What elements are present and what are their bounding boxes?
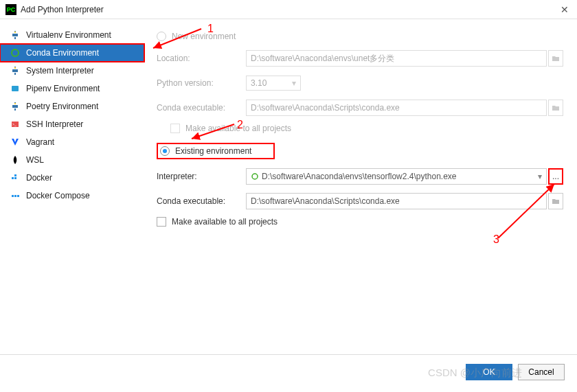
interpreter-label: Interpreter: [157, 172, 246, 181]
ssh-icon: >_ [10, 119, 21, 130]
pipenv-icon [10, 83, 21, 94]
conda-icon [10, 47, 21, 58]
docker-icon [10, 172, 21, 183]
sidebar-item-label: Virtualenv Environment [26, 30, 111, 40]
make-available-label-bottom: Make available to all projects [172, 217, 278, 227]
svg-rect-4 [12, 177, 14, 179]
svg-point-10 [252, 174, 258, 179]
svg-rect-7 [12, 195, 14, 197]
folder-icon [552, 198, 560, 205]
svg-rect-1 [12, 86, 19, 91]
sidebar-item-wsl[interactable]: WSL [0, 151, 144, 169]
sidebar-item-label: WSL [26, 155, 44, 165]
folder-icon [552, 55, 560, 62]
chevron-down-icon: ▾ [292, 78, 296, 88]
sidebar-item-label: SSH Interpreter [26, 119, 83, 129]
vagrant-icon [10, 137, 21, 148]
sidebar-item-poetry[interactable]: Poetry Environment [0, 97, 144, 115]
window-title: Add Python Interpreter [21, 5, 104, 14]
sidebar-item-ssh[interactable]: >_ SSH Interpreter [0, 115, 144, 133]
wsl-icon [10, 154, 21, 165]
dialog-footer: OK Cancel [0, 354, 577, 389]
conda-icon [251, 172, 259, 181]
sidebar-item-label: Pipenv Environment [26, 84, 100, 93]
sidebar-item-virtualenv[interactable]: Virtualenv Environment [0, 26, 144, 44]
sidebar-item-label: System Interpreter [26, 66, 94, 76]
sidebar: Virtualenv Environment Conda Environment… [0, 19, 144, 354]
sidebar-item-label: Poetry Environment [26, 102, 98, 111]
existing-env-label: Existing environment [175, 146, 251, 156]
svg-rect-6 [14, 174, 16, 176]
sidebar-item-docker-compose[interactable]: Docker Compose [0, 187, 144, 205]
sidebar-item-label: Docker [26, 173, 52, 183]
svg-rect-5 [14, 177, 16, 179]
pycharm-logo-icon: PC [5, 4, 16, 15]
folder-icon [552, 104, 560, 111]
python-version-select: 3.10 ▾ [246, 76, 301, 91]
cancel-button[interactable]: Cancel [518, 364, 565, 380]
location-input: D:\software\Anaconda\envs\unet多分类 [246, 50, 547, 67]
sidebar-item-conda[interactable]: Conda Environment [0, 44, 144, 62]
sidebar-item-label: Conda Environment [26, 48, 99, 58]
radio-icon[interactable] [160, 146, 170, 156]
interpreter-browse-button[interactable]: ... [548, 168, 563, 185]
existing-env-radio-row[interactable]: Existing environment [157, 143, 275, 159]
location-browse-button [548, 50, 563, 67]
titlebar: PC Add Python Interpreter ✕ [0, 0, 577, 19]
sidebar-item-label: Vagrant [26, 137, 54, 147]
make-available-checkbox-top [170, 124, 180, 133]
python-version-label: Python version: [157, 78, 246, 88]
radio-icon[interactable] [157, 32, 166, 41]
conda-exec-input-bottom[interactable]: D:\software\Anaconda\Scripts\conda.exe [246, 193, 547, 209]
interpreter-select[interactable]: D:\software\Anaconda\envs\tensorflow2.4\… [246, 168, 547, 185]
svg-point-0 [12, 49, 19, 56]
sidebar-item-system[interactable]: System Interpreter [0, 62, 144, 80]
new-env-radio-row[interactable]: New environment [157, 32, 563, 41]
close-button[interactable]: ✕ [558, 3, 572, 16]
svg-rect-9 [17, 195, 19, 197]
conda-exec-input-top: D:\software\Anaconda\Scripts\conda.exe [246, 100, 547, 116]
ok-button[interactable]: OK [466, 364, 512, 380]
docker-compose-icon [10, 190, 21, 201]
chevron-down-icon[interactable]: ▾ [538, 172, 542, 181]
make-available-checkbox-bottom[interactable] [157, 217, 166, 227]
sidebar-item-docker[interactable]: Docker [0, 169, 144, 187]
conda-exec-label-bottom: Conda executable: [157, 196, 246, 206]
sidebar-item-vagrant[interactable]: Vagrant [0, 133, 144, 151]
svg-rect-8 [14, 195, 16, 197]
poetry-icon [10, 101, 21, 112]
conda-exec-browse-top [548, 100, 563, 116]
conda-exec-browse-bottom[interactable] [548, 193, 563, 209]
sidebar-item-pipenv[interactable]: Pipenv Environment [0, 80, 144, 97]
new-env-label: New environment [172, 32, 236, 41]
content-panel: New environment Location: D:\software\An… [144, 19, 577, 354]
python-icon [10, 65, 21, 76]
conda-exec-label-top: Conda executable: [157, 103, 246, 113]
svg-text:>_: >_ [12, 122, 16, 126]
sidebar-item-label: Docker Compose [26, 191, 90, 200]
python-icon [10, 30, 21, 41]
location-label: Location: [157, 54, 246, 63]
make-available-label-top: Make available to all projects [185, 124, 291, 133]
